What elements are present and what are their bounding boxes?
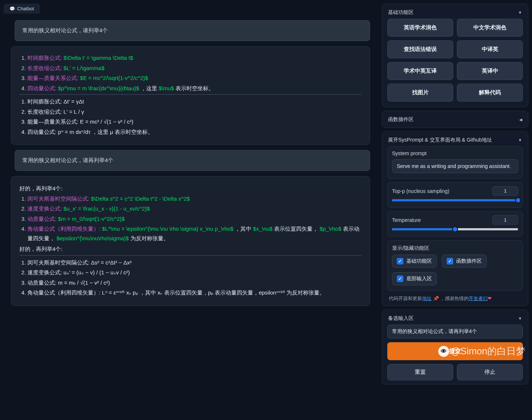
stop-button[interactable]: 停止 [457, 364, 523, 380]
toggle-bottom-input[interactable]: ✓ 底部输入区 [392, 272, 437, 285]
bot-message-2: 好的，再列举4个: 闵可夫斯基时空间隔公式: $\Delta s^2 = c^2… [11, 176, 370, 306]
panel-input: 备选输入区 ▼ 提交 重置 停止 [382, 310, 528, 384]
list-item: 闵可夫斯基时空间隔公式: $\Delta s^2 = c^2 \Delta t^… [27, 194, 362, 204]
credits: 代码开源和更新地址 📌 ，感谢热情的开发者们❤ [387, 295, 523, 302]
slider-thumb-icon[interactable] [452, 226, 458, 232]
panel-title: 展开SysPrompt & 交互界面布局 & Github地址 [388, 137, 492, 143]
topp-value[interactable]: 1 [492, 186, 518, 196]
toggle-block: 显示/隐藏功能区 ✓ 基础功能区 ✓ 函数插件区 ✓ 底部输入区 [387, 240, 523, 291]
panel-title: 函数插件区 [388, 116, 414, 123]
sidebar: 基础功能区 ▼ 英语学术润色 中文学术润色 查找语法错误 中译英 学术中英互译 … [382, 4, 528, 416]
check-icon: ✓ [447, 258, 453, 264]
chat-column: 💬 Chatbot 常用的狭义相对论公式，请列举4个 时间膨胀公式: $\Del… [4, 4, 377, 416]
basic-button-grid: 英语学术润色 中文学术润色 查找语法错误 中译英 学术中英互译 英译中 找图片 … [387, 19, 523, 103]
chat-icon: 💬 [10, 6, 15, 11]
temperature-label: Temperature [392, 217, 421, 223]
fn-btn-academic-trans[interactable]: 学术中英互译 [387, 62, 453, 80]
chat-scroll[interactable]: 常用的狭义相对论公式，请列举4个 时间膨胀公式: $\Delta t' = \g… [4, 14, 377, 416]
topp-label: Top-p (nucleus sampling) [392, 188, 449, 194]
reset-button[interactable]: 重置 [387, 364, 453, 380]
panel-advanced-header[interactable]: 展开SysPrompt & 交互界面布局 & Github地址 ▼ [387, 135, 523, 146]
toggle-plugins[interactable]: ✓ 函数插件区 [442, 255, 487, 268]
fn-btn-english-polish[interactable]: 英语学术润色 [387, 19, 453, 37]
list-item: 闵可夫斯基时空间隔公式: Δs² = c²Δt² − Δx² [27, 258, 362, 267]
toggle-basic[interactable]: ✓ 基础功能区 [392, 255, 437, 268]
fn-btn-zh-to-en[interactable]: 中译英 [457, 40, 523, 58]
list-item: 速度变换公式: uₓ′ = (uₓ − v) / (1 − uₓv / c²) [27, 268, 362, 277]
chevron-down-icon: ▼ [518, 316, 522, 321]
temperature-slider[interactable] [392, 228, 518, 230]
check-icon: ✓ [397, 275, 403, 282]
list-item: 四动量公式: $p^\mu = m \frac{dx^\mu}{d\tau}$ … [27, 84, 362, 93]
prompt-input[interactable] [387, 325, 523, 339]
list-item: 角动量公式（利用四维矢量）: Lᵘ = εᵘᵛᵖᵟ xᵥ pₚ ，其中 xᵥ 表… [27, 288, 362, 297]
list-item: 长度收缩公式: $L' = L/\gamma$ [27, 63, 362, 73]
user-message-1: 常用的狭义相对论公式，请列举4个 [15, 20, 370, 41]
panel-input-header[interactable]: 备选输入区 ▼ [387, 314, 523, 325]
source-link[interactable]: 地址 [422, 296, 432, 301]
chevron-left-icon: ◀ [519, 117, 522, 122]
slider-thumb-icon[interactable] [515, 197, 521, 203]
list-item: 角动量公式（利用四维矢量）: $L^\mu = \epsilon^{\mu \n… [27, 224, 362, 243]
list-item: 长度收缩公式: L′ = L / γ [27, 107, 362, 117]
panel-basic: 基础功能区 ▼ 英语学术润色 中文学术润色 查找语法错误 中译英 学术中英互译 … [382, 4, 528, 107]
temperature-value[interactable]: 1 [492, 215, 518, 224]
system-prompt-input[interactable] [392, 159, 518, 173]
toggle-title: 显示/隐藏功能区 [392, 245, 518, 252]
panel-basic-header[interactable]: 基础功能区 ▼ [387, 8, 523, 19]
chevron-down-icon: ▼ [518, 138, 522, 142]
topp-block: Top-p (nucleus sampling) 1 [387, 182, 523, 208]
tab-chatbot[interactable]: 💬 Chatbot [4, 4, 40, 14]
bot-message-1: 时间膨胀公式: $\Delta t' = \gamma \Delta t$ 长度… [11, 46, 370, 145]
devs-link[interactable]: 开发者们 [469, 296, 488, 301]
fn-btn-explain-code[interactable]: 解释代码 [457, 84, 523, 102]
system-prompt-label: System prompt [392, 150, 518, 156]
fn-btn-en-to-zh[interactable]: 英译中 [457, 62, 523, 80]
list-item: 四动量公式: pᵘ = m dxᵘ/dτ ，这里 μ 表示时空坐标。 [27, 127, 362, 137]
panel-advanced: 展开SysPrompt & 交互界面布局 & Github地址 ▼ System… [382, 131, 528, 306]
list-item: 能量—质量关系公式: $E = mc^2/\sqrt{1-v^2/c^2}$ [27, 73, 362, 83]
list-item: 动质量公式: m = m₀ / √(1 − v² / c²) [27, 278, 362, 288]
list-item: 时间膨胀公式: $\Delta t' = \gamma \Delta t$ [27, 53, 362, 63]
fn-btn-find-image[interactable]: 找图片 [387, 84, 453, 102]
fn-btn-grammar[interactable]: 查找语法错误 [387, 40, 453, 58]
user-message-2: 常用的狭义相对论公式，请再列举4个 [15, 150, 370, 171]
topp-slider[interactable] [392, 199, 518, 201]
panel-plugins-header[interactable]: 函数插件区 ◀ [387, 115, 523, 124]
submit-button[interactable]: 提交 [387, 342, 523, 360]
heart-icon: ❤ [488, 296, 492, 301]
list-item: 时间膨胀公式: Δt′ = γΔt [27, 97, 362, 106]
list-item: 能量—质量关系公式: E = mc² / √(1 − v² / c²) [27, 117, 362, 127]
list-item: 动质量公式: $m = m_0/\sqrt{1-v^2/c^2}$ [27, 214, 362, 224]
system-prompt-block: System prompt [387, 146, 523, 179]
tab-label: Chatbot [17, 6, 34, 11]
fn-btn-chinese-polish[interactable]: 中文学术润色 [457, 19, 523, 37]
chevron-down-icon: ▼ [518, 10, 522, 15]
panel-plugins: 函数插件区 ◀ [382, 111, 528, 128]
list-item: 速度变换公式: $u_x' = \frac{u_x - v}{1 - u_xv/… [27, 204, 362, 213]
tab-bar: 💬 Chatbot [4, 4, 377, 14]
temperature-block: Temperature 1 [387, 211, 523, 237]
panel-title: 备选输入区 [388, 315, 414, 322]
panel-title: 基础功能区 [388, 9, 414, 16]
check-icon: ✓ [397, 258, 403, 264]
pin-icon: 📌 [433, 296, 439, 301]
